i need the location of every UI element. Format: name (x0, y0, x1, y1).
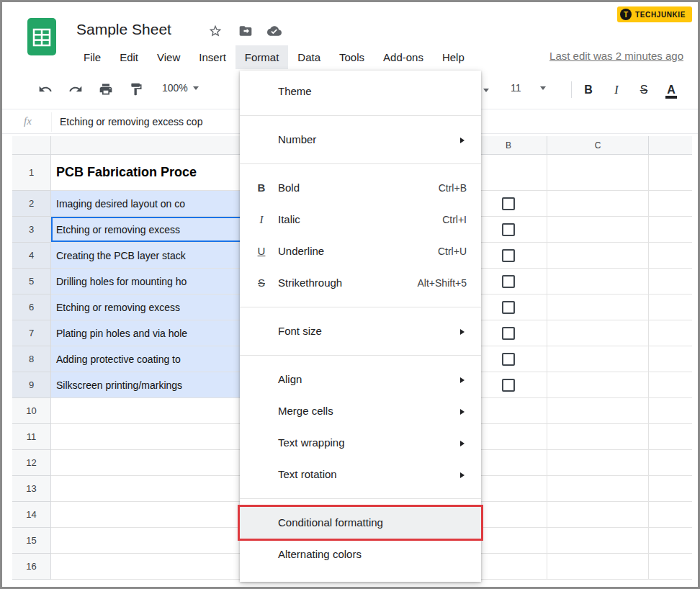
menu-insert[interactable]: Insert (189, 45, 235, 69)
cell-c3[interactable] (547, 217, 649, 243)
menu-item-underline[interactable]: U Underline Ctrl+U (240, 235, 481, 267)
cell-d15[interactable] (649, 528, 692, 554)
cell-c13[interactable] (547, 476, 649, 502)
column-header-c[interactable]: C (547, 136, 649, 155)
cell-c1[interactable] (547, 155, 649, 191)
paint-format-icon[interactable] (127, 81, 145, 99)
cell-c10[interactable] (547, 398, 649, 424)
cell-b7[interactable] (470, 320, 547, 346)
cell-b9[interactable] (470, 372, 547, 398)
checkbox[interactable] (502, 223, 515, 236)
menu-item-alternating-colors[interactable]: Alternating colors (240, 539, 481, 570)
cell-c9[interactable] (547, 372, 649, 398)
cell-b15[interactable] (470, 528, 547, 554)
row-header[interactable]: 9 (12, 372, 51, 398)
row-header[interactable]: 1 (12, 155, 51, 191)
row-header[interactable]: 10 (12, 398, 51, 424)
menu-file[interactable]: File (74, 45, 110, 69)
row-header[interactable]: 5 (12, 269, 51, 294)
cell-d4[interactable] (649, 243, 692, 269)
cell-b3[interactable] (470, 217, 547, 243)
bold-button[interactable]: B (578, 81, 598, 99)
cell-b10[interactable] (470, 398, 547, 424)
redo-icon[interactable] (67, 81, 84, 99)
star-icon[interactable] (207, 24, 223, 40)
menu-format[interactable]: Format (235, 45, 289, 69)
cell-b14[interactable] (470, 502, 547, 528)
text-color-button[interactable]: A (661, 81, 681, 99)
cell-c7[interactable] (547, 320, 649, 346)
cell-d11[interactable] (649, 424, 692, 450)
cell-b11[interactable] (470, 424, 547, 450)
cell-d10[interactable] (649, 398, 692, 424)
cell-d6[interactable] (649, 294, 692, 320)
cell-c8[interactable] (547, 346, 649, 372)
cell-b12[interactable] (470, 450, 547, 476)
checkbox[interactable] (502, 301, 515, 314)
cell-b5[interactable] (470, 269, 547, 294)
cell-d7[interactable] (649, 320, 692, 346)
cell-c16[interactable] (547, 554, 649, 580)
cell-d8[interactable] (649, 346, 692, 372)
zoom-select[interactable]: 100% (162, 82, 199, 94)
row-header[interactable]: 14 (12, 502, 51, 528)
cell-d9[interactable] (649, 372, 692, 398)
menu-item-bold[interactable]: B Bold Ctrl+B (240, 172, 481, 204)
menu-help[interactable]: Help (433, 45, 474, 69)
cell-b13[interactable] (470, 476, 547, 502)
last-edit-status[interactable]: Last edit was 2 minutes ago (549, 50, 683, 62)
cell-b4[interactable] (470, 243, 547, 269)
menu-item-text-wrapping[interactable]: Text wrapping (240, 427, 481, 459)
row-header[interactable]: 8 (12, 346, 51, 372)
menu-add-ons[interactable]: Add-ons (374, 45, 433, 69)
select-all-corner[interactable] (12, 136, 51, 155)
menu-item-strikethrough[interactable]: S Strikethrough Alt+Shift+5 (240, 267, 481, 299)
cell-d16[interactable] (649, 554, 692, 580)
undo-icon[interactable] (37, 81, 54, 99)
cell-c12[interactable] (547, 450, 649, 476)
strikethrough-button[interactable]: S (634, 81, 654, 99)
menu-item-merge-cells[interactable]: Merge cells (240, 395, 481, 427)
row-header[interactable]: 11 (12, 424, 51, 450)
column-header-b[interactable]: B (470, 136, 547, 155)
move-to-folder-icon[interactable] (238, 24, 253, 40)
formula-input[interactable]: Etching or removing excess cop (60, 116, 202, 127)
menu-item-conditional-formatting[interactable]: Conditional formatting (240, 507, 481, 539)
cell-c5[interactable] (547, 269, 649, 294)
menu-item-text-rotation[interactable]: Text rotation (240, 459, 481, 490)
font-size-select[interactable]: 11 (511, 82, 546, 94)
checkbox[interactable] (502, 275, 515, 288)
menu-data[interactable]: Data (288, 45, 330, 69)
row-header[interactable]: 12 (12, 450, 51, 476)
checkbox[interactable] (502, 327, 515, 340)
menu-edit[interactable]: Edit (110, 45, 148, 69)
cell-c4[interactable] (547, 243, 649, 269)
cell-d12[interactable] (649, 450, 692, 476)
cell-d2[interactable] (649, 191, 692, 217)
cell-d13[interactable] (649, 476, 692, 502)
checkbox[interactable] (502, 353, 515, 366)
cell-c6[interactable] (547, 294, 649, 320)
row-header[interactable]: 6 (12, 294, 51, 320)
row-header[interactable]: 4 (12, 243, 51, 269)
print-icon[interactable] (97, 81, 115, 99)
cell-d5[interactable] (649, 269, 692, 294)
cell-b16[interactable] (470, 554, 547, 580)
cell-d1[interactable] (649, 155, 692, 191)
row-header[interactable]: 15 (12, 528, 51, 554)
menu-view[interactable]: View (148, 45, 189, 69)
menu-item-theme[interactable]: Theme (240, 76, 481, 107)
menu-item-align[interactable]: Align (240, 364, 481, 395)
row-header[interactable]: 7 (12, 320, 51, 346)
cell-d14[interactable] (649, 502, 692, 528)
sheets-logo-icon[interactable] (26, 17, 58, 60)
cell-c15[interactable] (547, 528, 649, 554)
menu-item-font-size[interactable]: Font size (240, 315, 481, 347)
cell-c11[interactable] (547, 424, 649, 450)
checkbox[interactable] (502, 249, 515, 262)
font-family-caret-icon[interactable] (483, 89, 489, 92)
cloud-saved-icon[interactable] (266, 24, 282, 40)
menu-item-italic[interactable]: I Italic Ctrl+I (240, 204, 481, 235)
cell-b8[interactable] (470, 346, 547, 372)
cell-b6[interactable] (470, 294, 547, 320)
